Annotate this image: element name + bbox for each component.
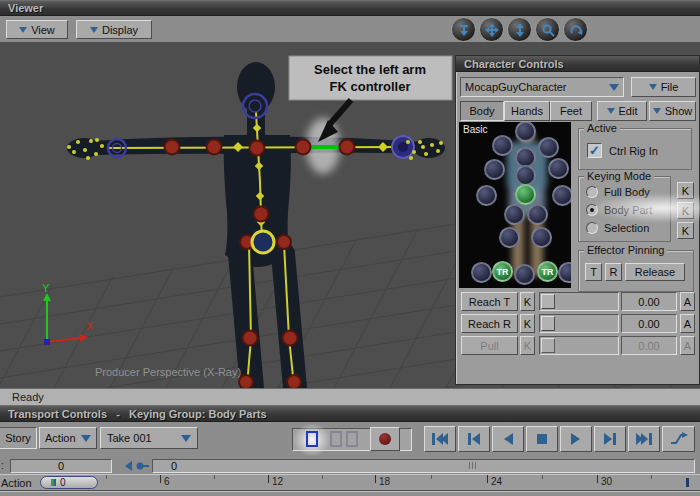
edit-menu-button[interactable]: Edit — [597, 101, 647, 121]
loop-toggle-button[interactable] — [662, 426, 695, 452]
play-reverse-button[interactable] — [492, 426, 524, 452]
time-field[interactable]: 0 — [152, 459, 695, 473]
cell-right-ankle[interactable]: TR — [537, 261, 558, 282]
frame-step-icons[interactable] — [124, 461, 150, 471]
tab-feet-label: Feet — [560, 105, 582, 117]
pull-slider — [539, 336, 619, 355]
pin-translate-button[interactable]: T — [585, 263, 602, 281]
check-icon: ✓ — [589, 143, 600, 158]
radio-selection[interactable] — [586, 222, 598, 234]
key-body-part-button[interactable]: K — [677, 202, 694, 219]
magnifier-icon[interactable] — [535, 17, 560, 42]
next-key-button[interactable] — [594, 426, 626, 452]
character-controls-header: Character Controls — [456, 56, 699, 72]
effector-pinning-group: Effector Pinning T R Release — [578, 250, 694, 292]
file-menu-button[interactable]: File — [631, 77, 696, 97]
reach-t-button[interactable]: Reach T — [461, 292, 518, 311]
cell-spine[interactable] — [515, 165, 536, 186]
reach-t-key-button[interactable]: K — [520, 292, 535, 311]
ctrl-rig-in-checkbox[interactable]: ✓ — [587, 143, 602, 158]
viewer-title: Viewer — [8, 2, 43, 14]
timeline-ruler[interactable]: Action 0 6 12 18 24 30 — [0, 474, 700, 490]
radio-full-body[interactable] — [586, 186, 598, 198]
pan-icon[interactable] — [479, 17, 504, 42]
frame-number-field[interactable]: 0 — [10, 459, 112, 473]
take-dropdown[interactable]: Take 001 — [100, 427, 198, 449]
key-selection-button[interactable]: K — [677, 222, 694, 239]
go-to-start-button[interactable] — [424, 426, 456, 452]
cell-right-elbow[interactable] — [548, 158, 569, 179]
pin-rotate-button[interactable]: R — [605, 263, 622, 281]
character-representation[interactable]: Basic TR TR — [459, 122, 571, 288]
release-button[interactable]: Release — [625, 263, 685, 281]
active-group: Active ✓ Ctrl Rig In — [578, 128, 692, 170]
reach-t-value[interactable]: 0.00 — [621, 292, 677, 311]
view-menu-button[interactable]: View — [6, 20, 68, 39]
reach-t-slider[interactable] — [539, 292, 619, 311]
slider-handle[interactable] — [541, 316, 555, 331]
key-full-body-button[interactable]: K — [677, 182, 694, 199]
cell-hips[interactable] — [515, 184, 536, 205]
ruler-minor-tick — [542, 475, 543, 479]
play-button[interactable] — [560, 426, 592, 452]
action-mode-dropdown[interactable]: Action — [39, 427, 97, 449]
timeline-scrubber-handle[interactable]: 0 — [40, 476, 98, 489]
cell-left-knee[interactable] — [499, 227, 520, 248]
previous-key-button[interactable] — [458, 426, 490, 452]
splitter-grip[interactable] — [468, 462, 477, 469]
cell-right-shoulder[interactable] — [538, 137, 559, 158]
zoom-vertical-icon[interactable] — [507, 17, 532, 42]
chevron-down-icon — [649, 84, 657, 90]
file-menu-label: File — [661, 81, 679, 93]
reach-t-auto-button[interactable]: A — [680, 292, 695, 311]
cell-right-wrist[interactable] — [552, 185, 571, 206]
stop-button[interactable] — [526, 426, 558, 452]
reach-r-auto-button[interactable]: A — [680, 314, 695, 333]
hips-controller[interactable] — [252, 231, 274, 253]
ruler-tick — [160, 475, 161, 483]
character-controls-title: Character Controls — [464, 58, 564, 70]
ruler-minor-tick — [431, 475, 432, 479]
character-controls-panel: Character Controls MocapGuyCharacter Fil… — [455, 55, 700, 385]
go-to-end-button[interactable] — [628, 426, 660, 452]
cell-center-foot[interactable] — [514, 264, 535, 285]
cell-right-knee[interactable] — [531, 227, 552, 248]
pull-button: Pull — [461, 336, 518, 355]
tab-body[interactable]: Body — [460, 101, 504, 121]
display-menu-button[interactable]: Display — [76, 20, 152, 39]
cell-left-ankle[interactable]: TR — [492, 261, 513, 282]
tab-hands[interactable]: Hands — [504, 101, 550, 121]
take-label: Take 001 — [107, 432, 152, 444]
display-menu-label: Display — [102, 24, 138, 36]
cell-right-hip[interactable] — [527, 204, 548, 225]
character-select-dropdown[interactable]: MocapGuyCharacter — [460, 77, 624, 97]
cell-left-shoulder[interactable] — [492, 135, 513, 156]
reach-r-slider[interactable] — [539, 314, 619, 333]
cell-right-toe[interactable] — [558, 262, 571, 283]
keyframe-display-icon[interactable] — [346, 431, 358, 447]
cell-head[interactable] — [515, 122, 536, 142]
cell-left-hip[interactable] — [504, 204, 525, 225]
orbit-icon[interactable] — [563, 17, 588, 42]
ruler-tick-label: 18 — [379, 476, 390, 487]
cell-left-toe[interactable] — [471, 262, 492, 283]
story-button[interactable]: Story — [0, 427, 37, 449]
slider-handle — [541, 338, 555, 353]
tr-label: TR — [497, 267, 509, 277]
reach-r-key-button[interactable]: K — [520, 314, 535, 333]
cell-left-wrist[interactable] — [476, 185, 497, 206]
reach-r-value[interactable]: 0.00 — [621, 314, 677, 333]
keyframe-display-active-icon[interactable] — [306, 431, 318, 447]
reach-r-button[interactable]: Reach R — [461, 314, 518, 333]
show-menu-button[interactable]: Show — [649, 101, 696, 121]
keyframe-display-icon[interactable] — [330, 431, 342, 447]
cell-left-elbow[interactable] — [484, 159, 505, 180]
tab-feet[interactable]: Feet — [550, 101, 592, 121]
ruler-tick-label: 24 — [491, 476, 502, 487]
record-button[interactable] — [370, 427, 400, 451]
range-end-marker[interactable] — [686, 478, 689, 487]
slider-handle[interactable] — [541, 294, 555, 309]
edit-menu-label: Edit — [619, 105, 638, 117]
radio-body-part[interactable] — [586, 204, 598, 216]
dolly-icon[interactable] — [451, 17, 476, 42]
